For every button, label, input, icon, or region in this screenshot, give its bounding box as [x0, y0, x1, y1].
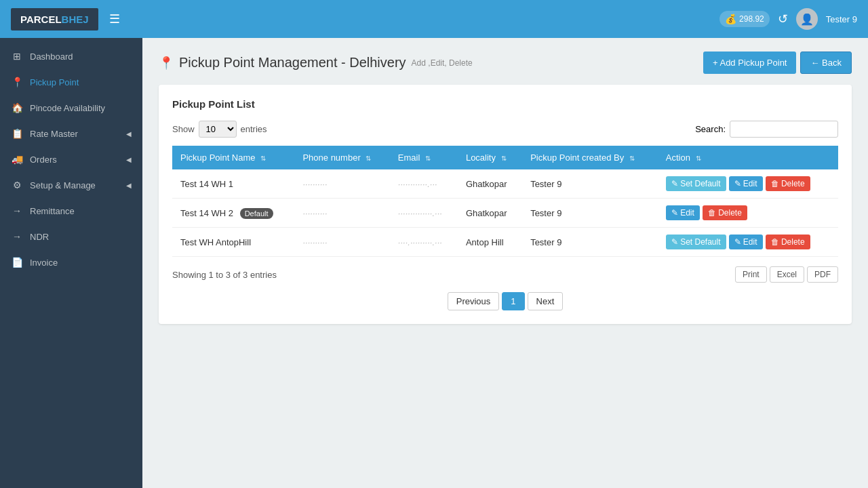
dashboard-icon: ⊞ [11, 51, 23, 62]
cell-action-3: ✎ Set Default ✎ Edit 🗑 Delete [658, 228, 838, 257]
content-area: 📍 Pickup Point Management - Delhivery Ad… [142, 38, 868, 488]
table-row: Test 14 WH 1 ·········· ············.···… [172, 169, 838, 199]
edit-button-1[interactable]: ✎ Edit [729, 176, 763, 191]
cell-name-2: Test 14 WH 2 Default [172, 199, 294, 228]
sidebar-label-remittance: Remittance [30, 206, 75, 216]
phone-blurred-2: ·········· [302, 208, 327, 218]
setup-chevron: ◀ [126, 182, 132, 189]
sidebar-item-remittance[interactable]: → Remittance [0, 198, 142, 224]
email-blurred-1: ············.··· [398, 179, 437, 189]
previous-button[interactable]: Previous [448, 292, 500, 310]
avatar[interactable]: 👤 [796, 8, 818, 30]
sidebar-label-ndr: NDR [30, 232, 49, 242]
edit-button-2[interactable]: ✎ Edit [666, 205, 700, 220]
email-blurred-3: ····.·········.··· [398, 237, 442, 247]
sidebar-label-orders: Orders [30, 155, 57, 165]
sidebar-item-ndr[interactable]: → NDR [0, 224, 142, 249]
pagination: Previous 1 Next [172, 292, 838, 310]
table-row: Test WH AntopHill ·········· ····.······… [172, 228, 838, 257]
pickup-point-icon: 📍 [11, 77, 23, 87]
cell-locality-1: Ghatkopar [458, 169, 522, 199]
sidebar-item-invoice[interactable]: 📄 Invoice [0, 249, 142, 275]
sort-icon-created-by: ⇅ [629, 155, 635, 162]
add-pickup-button[interactable]: + Add Pickup Point [703, 52, 797, 74]
remittance-icon: → [11, 205, 23, 216]
action-buttons-2: ✎ Edit 🗑 Delete [666, 205, 830, 220]
set-default-button-3[interactable]: ✎ Set Default [666, 235, 726, 249]
orders-icon: 🚚 [11, 154, 23, 165]
entries-label: entries [241, 124, 267, 134]
cell-created-by-3: Tester 9 [522, 228, 658, 257]
sidebar-item-pickup-point[interactable]: 📍 Pickup Point [0, 69, 142, 95]
cell-action-1: ✎ Set Default ✎ Edit 🗑 Delete [658, 169, 838, 199]
sidebar: ⊞ Dashboard 📍 Pickup Point 🏠 Pincode Ava… [0, 38, 142, 488]
phone-blurred-1: ·········· [302, 179, 327, 189]
sidebar-label-setup: Setup & Manage [30, 180, 96, 190]
sidebar-item-pincode[interactable]: 🏠 Pincode Availability [0, 95, 142, 121]
top-nav: PARCELBHEJ ☰ 💰 298.92 ↺ 👤 Tester 9 [0, 0, 868, 38]
search-label: Search: [695, 124, 726, 134]
sidebar-label-invoice: Invoice [30, 258, 58, 268]
col-name: Pickup Point Name ⇅ [172, 146, 294, 169]
page-subtitle: Add ,Edit, Delete [412, 58, 473, 68]
cell-email-2: ··············.··· [390, 199, 458, 228]
balance-value: 298.92 [739, 14, 764, 24]
cell-email-1: ············.··· [390, 169, 458, 199]
pincode-icon: 🏠 [11, 102, 23, 113]
sidebar-label-rate-master: Rate Master [30, 129, 78, 139]
main-wrapper: ⊞ Dashboard 📍 Pickup Point 🏠 Pincode Ava… [0, 38, 868, 488]
cell-phone-2: ·········· [294, 199, 389, 228]
brand-part2: BHEJ [62, 14, 89, 25]
table-controls: Show 10 25 50 100 entries Search: [172, 121, 838, 138]
cell-name-3: Test WH AntopHill [172, 228, 294, 257]
action-buttons-1: ✎ Set Default ✎ Edit 🗑 Delete [666, 176, 830, 191]
delete-button-3[interactable]: 🗑 Delete [766, 235, 810, 249]
top-nav-right: 💰 298.92 ↺ 👤 Tester 9 [719, 8, 857, 30]
print-button[interactable]: Print [735, 266, 767, 283]
showing-text: Showing 1 to 3 of 3 entries [172, 270, 277, 280]
sidebar-item-orders[interactable]: 🚚 Orders ◀ [0, 146, 142, 172]
sort-icon-locality: ⇅ [501, 155, 507, 162]
orders-chevron: ◀ [126, 156, 132, 163]
page-header: 📍 Pickup Point Management - Delhivery Ad… [159, 52, 852, 74]
delete-button-1[interactable]: 🗑 Delete [766, 176, 810, 191]
sort-icon-phone: ⇅ [366, 155, 371, 162]
excel-button[interactable]: Excel [770, 266, 804, 283]
rate-master-chevron: ◀ [126, 130, 132, 138]
balance-badge: 💰 298.92 [719, 11, 770, 27]
brand-logo: PARCELBHEJ [11, 8, 98, 30]
cell-created-by-1: Tester 9 [522, 169, 658, 199]
show-entries: Show 10 25 50 100 entries [172, 121, 267, 138]
user-name: Tester 9 [826, 14, 857, 24]
pdf-button[interactable]: PDF [807, 266, 838, 283]
page-title: Pickup Point Management - Delhivery [179, 55, 406, 70]
entries-select[interactable]: 10 25 50 100 [199, 121, 237, 138]
table-footer: Showing 1 to 3 of 3 entries Print Excel … [172, 266, 838, 283]
cell-locality-2: Ghatkopar [458, 199, 522, 228]
back-button[interactable]: ← Back [800, 52, 852, 74]
hamburger-icon[interactable]: ☰ [109, 12, 120, 26]
set-default-button-1[interactable]: ✎ Set Default [666, 176, 726, 191]
phone-blurred-3: ·········· [302, 237, 327, 247]
card-title: Pickup Point List [172, 98, 838, 110]
search-input[interactable] [730, 121, 838, 138]
sidebar-item-rate-master[interactable]: 📋 Rate Master ◀ [0, 121, 142, 146]
pickup-point-table: Pickup Point Name ⇅ Phone number ⇅ Email… [172, 146, 838, 257]
table-header: Pickup Point Name ⇅ Phone number ⇅ Email… [172, 146, 838, 169]
sort-icon-name: ⇅ [260, 155, 266, 162]
col-email: Email ⇅ [390, 146, 458, 169]
sidebar-label-dashboard: Dashboard [30, 52, 73, 62]
delete-button-2[interactable]: 🗑 Delete [703, 205, 747, 220]
email-blurred-2: ··············.··· [398, 208, 442, 218]
edit-button-3[interactable]: ✎ Edit [729, 235, 763, 249]
coin-icon: 💰 [725, 14, 736, 24]
rate-master-icon: 📋 [11, 128, 23, 139]
sidebar-item-setup[interactable]: ⚙ Setup & Manage ◀ [0, 172, 142, 198]
pickup-point-card: Pickup Point List Show 10 25 50 100 entr… [159, 85, 852, 324]
page-1-button[interactable]: 1 [502, 292, 524, 310]
next-button[interactable]: Next [528, 292, 564, 310]
export-buttons: Print Excel PDF [735, 266, 838, 283]
cell-phone-1: ·········· [294, 169, 389, 199]
sidebar-item-dashboard[interactable]: ⊞ Dashboard [0, 43, 142, 69]
history-icon[interactable]: ↺ [778, 12, 788, 26]
